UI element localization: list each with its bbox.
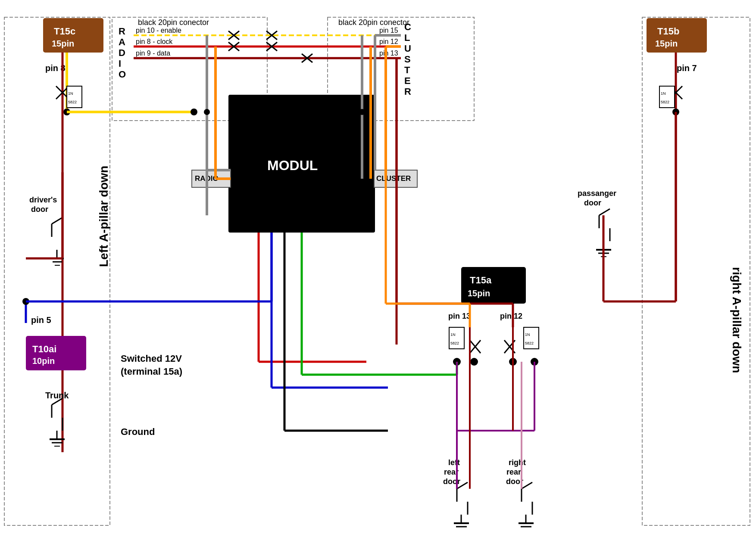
- diode-t15a-right: [524, 327, 539, 349]
- left-apillar-label: Left A-pillar down: [97, 166, 110, 267]
- svg-text:R: R: [404, 86, 411, 97]
- drivers-door-label: driver's: [29, 196, 57, 204]
- svg-text:S: S: [404, 54, 411, 65]
- svg-text:door: door: [584, 199, 601, 207]
- t15c-label: T15c: [54, 26, 75, 37]
- svg-text:5822: 5822: [450, 341, 459, 345]
- pin9-data-label: pin 9 - data: [136, 50, 170, 57]
- svg-text:E: E: [404, 75, 411, 86]
- diode-1n5822-left-top: [67, 86, 82, 108]
- t15a-label: T15a: [470, 275, 492, 286]
- cluster-side-label: C: [404, 22, 411, 32]
- svg-text:U: U: [404, 43, 411, 54]
- right-apillar-label: right A-pillar down: [730, 267, 744, 373]
- passanger-door-label: passanger: [578, 189, 616, 198]
- radio-side-label: R: [119, 26, 125, 37]
- svg-text:T: T: [404, 65, 410, 75]
- pin7-t15b-label: pin 7: [677, 63, 697, 73]
- svg-point-143: [204, 109, 210, 115]
- svg-text:15pin: 15pin: [468, 289, 490, 298]
- t10ai-label: T10ai: [32, 344, 56, 354]
- pin15-label: pin 15: [379, 27, 398, 34]
- black20pin-left-label: black 20pin conector: [138, 18, 209, 27]
- svg-text:1N: 1N: [450, 332, 456, 337]
- svg-text:15pin: 15pin: [52, 39, 74, 48]
- diode-1n5822-right-top: [659, 86, 675, 108]
- svg-text:1N: 1N: [525, 332, 530, 337]
- svg-text:5822: 5822: [68, 100, 77, 104]
- t15b-label: T15b: [657, 26, 679, 37]
- svg-rect-0: [0, 0, 756, 534]
- pin13-label: pin 13: [379, 50, 398, 57]
- black20pin-right-label: black 20pin conector: [338, 18, 409, 27]
- svg-text:D: D: [119, 47, 125, 58]
- svg-point-49: [191, 109, 197, 115]
- svg-text:door: door: [31, 205, 48, 214]
- left-rear-door-label: left: [448, 458, 460, 467]
- pin8-clock-label: pin 8 - clock: [136, 38, 173, 45]
- ground-label: Ground: [121, 426, 155, 437]
- terminal15a-label: (terminal 15a): [121, 366, 182, 377]
- svg-point-142: [359, 109, 365, 115]
- pin12-label: pin 12: [379, 38, 398, 45]
- switched12v-label: Switched 12V: [121, 353, 182, 364]
- svg-text:5822: 5822: [661, 100, 669, 104]
- svg-text:A: A: [119, 37, 125, 47]
- pin13-t15a-label: pin 13: [448, 312, 471, 320]
- svg-text:10pin: 10pin: [32, 356, 55, 366]
- svg-text:L: L: [404, 32, 410, 43]
- diode-t15a-left: [449, 327, 464, 349]
- trunk-label: Trunk: [45, 391, 69, 400]
- pin5-label: pin 5: [31, 315, 51, 325]
- modul-label: MODUL: [267, 158, 318, 173]
- svg-text:1N: 1N: [68, 91, 73, 96]
- svg-text:5822: 5822: [525, 341, 534, 345]
- svg-text:I: I: [119, 58, 121, 69]
- svg-point-90: [470, 358, 478, 366]
- right-rear-door-label: right: [509, 458, 526, 467]
- cluster-connector-label: CLUSTER: [376, 174, 411, 183]
- svg-text:O: O: [119, 69, 126, 80]
- svg-text:1N: 1N: [661, 91, 666, 96]
- pin12-t15a-label: pin 12: [500, 312, 522, 320]
- pin10-enable-label: pin 10 - enable: [136, 27, 181, 34]
- svg-text:rear: rear: [506, 468, 521, 476]
- svg-text:15pin: 15pin: [655, 39, 678, 48]
